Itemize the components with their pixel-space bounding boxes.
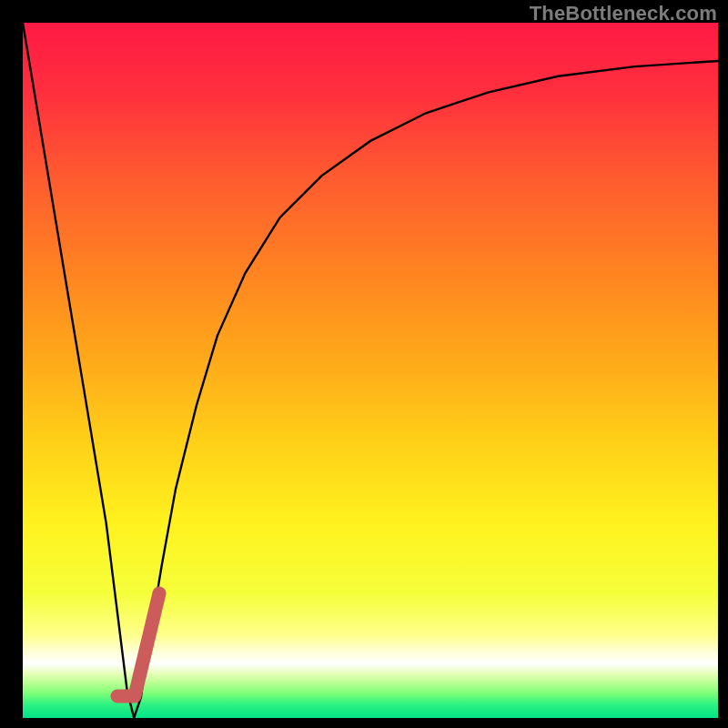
plot-background-gradient (23, 23, 718, 718)
bottleneck-chart (0, 0, 728, 728)
watermark-label: TheBottleneck.com (530, 2, 717, 25)
chart-frame (0, 0, 728, 728)
